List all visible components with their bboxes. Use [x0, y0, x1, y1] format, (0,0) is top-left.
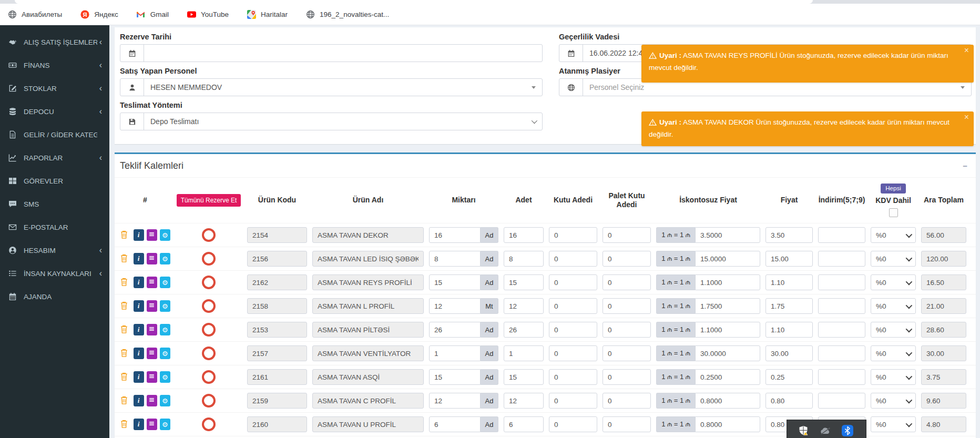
box-count-input[interactable] — [549, 369, 597, 385]
delete-row-button[interactable] — [120, 277, 129, 288]
gross-price-input[interactable] — [695, 369, 760, 385]
count-input[interactable] — [504, 251, 544, 267]
count-input[interactable] — [504, 227, 544, 243]
reserve-toggle[interactable] — [202, 370, 216, 384]
subtotal-input[interactable] — [921, 369, 966, 385]
info-button[interactable]: i — [134, 277, 144, 288]
delete-row-button[interactable] — [120, 301, 129, 311]
close-icon[interactable]: × — [964, 113, 969, 121]
vat-select[interactable]: %0 — [871, 393, 916, 409]
cloud-off-icon[interactable] — [820, 425, 831, 436]
sidebar-item[interactable]: SMS ‹ — [0, 192, 109, 216]
price-input[interactable] — [765, 227, 813, 243]
sidebar-item[interactable]: AJANDA ‹ — [0, 285, 109, 308]
box-count-input[interactable] — [549, 416, 597, 432]
pallet-box-input[interactable] — [603, 251, 651, 267]
subtotal-input[interactable] — [921, 298, 966, 314]
discount-input[interactable] — [818, 251, 865, 267]
price-input[interactable] — [765, 274, 813, 290]
gear-button[interactable]: ⚙ — [160, 300, 170, 312]
list-button[interactable] — [147, 419, 157, 430]
list-button[interactable] — [147, 229, 157, 241]
bookmark-item[interactable]: Haritalar — [247, 9, 288, 19]
delete-row-button[interactable] — [120, 348, 129, 359]
info-button[interactable]: i — [134, 300, 144, 312]
reserve-toggle[interactable] — [202, 276, 216, 289]
product-name-input[interactable] — [312, 227, 424, 243]
subtotal-input[interactable] — [921, 227, 966, 243]
subtotal-input[interactable] — [921, 345, 966, 361]
product-code-input[interactable] — [247, 393, 307, 409]
quantity-input[interactable] — [429, 416, 481, 432]
gross-price-input[interactable] — [695, 251, 760, 267]
vat-all-checkbox[interactable] — [889, 208, 898, 217]
discount-input[interactable] — [818, 322, 865, 338]
count-input[interactable] — [504, 345, 544, 361]
pallet-box-input[interactable] — [603, 345, 651, 361]
discount-input[interactable] — [818, 298, 865, 314]
product-code-input[interactable] — [247, 416, 307, 432]
list-button[interactable] — [147, 253, 157, 264]
gross-price-input[interactable] — [695, 345, 760, 361]
delete-row-button[interactable] — [120, 395, 129, 406]
product-code-input[interactable] — [247, 274, 307, 290]
product-name-input[interactable] — [312, 274, 424, 290]
gear-button[interactable]: ⚙ — [160, 253, 170, 264]
vat-select[interactable]: %0 — [871, 274, 916, 290]
discount-input[interactable] — [818, 227, 865, 243]
count-input[interactable] — [504, 393, 544, 409]
sidebar-item[interactable]: İNSAN KAYNAKLARI ‹ — [0, 262, 109, 285]
delete-row-button[interactable] — [120, 372, 129, 382]
count-input[interactable] — [504, 298, 544, 314]
bookmark-item[interactable]: Я Яндекс — [80, 9, 118, 19]
price-input[interactable] — [765, 322, 813, 338]
info-button[interactable]: i — [134, 371, 144, 383]
bookmark-item[interactable]: Авиабилеты — [7, 9, 62, 19]
delivery-method-select[interactable] — [120, 113, 543, 130]
count-input[interactable] — [504, 274, 544, 290]
quantity-input[interactable] — [429, 274, 481, 290]
product-code-input[interactable] — [247, 251, 307, 267]
gear-button[interactable]: ⚙ — [160, 371, 170, 383]
price-input[interactable] — [765, 369, 813, 385]
gross-price-input[interactable] — [695, 416, 760, 432]
pallet-box-input[interactable] — [603, 322, 651, 338]
gear-button[interactable]: ⚙ — [160, 395, 170, 406]
info-button[interactable]: i — [134, 253, 144, 264]
bluetooth-icon[interactable] — [842, 425, 853, 436]
discount-input[interactable] — [818, 274, 865, 290]
gross-price-input[interactable] — [695, 227, 760, 243]
reserve-toggle[interactable] — [202, 394, 216, 408]
list-button[interactable] — [147, 300, 157, 312]
price-input[interactable] — [765, 393, 813, 409]
vat-select[interactable]: %0 — [871, 298, 916, 314]
product-name-input[interactable] — [312, 393, 424, 409]
info-button[interactable]: i — [134, 419, 144, 430]
product-name-input[interactable] — [312, 322, 424, 338]
pallet-box-input[interactable] — [603, 298, 651, 314]
delete-row-button[interactable] — [120, 419, 129, 430]
gross-price-input[interactable] — [695, 298, 760, 314]
bookmark-item[interactable]: YouTube — [187, 9, 229, 19]
box-count-input[interactable] — [549, 345, 597, 361]
delivery-method-value[interactable] — [144, 113, 532, 130]
quantity-input[interactable] — [429, 298, 481, 314]
list-button[interactable] — [147, 324, 157, 335]
product-name-input[interactable] — [312, 298, 424, 314]
info-button[interactable]: i — [134, 324, 144, 335]
reserve-date-input[interactable] — [144, 45, 542, 62]
box-count-input[interactable] — [549, 251, 597, 267]
gross-price-input[interactable] — [695, 274, 760, 290]
list-button[interactable] — [147, 277, 157, 288]
collapse-icon[interactable]: − — [963, 161, 967, 170]
delete-row-button[interactable] — [120, 253, 129, 264]
product-code-input[interactable] — [247, 322, 307, 338]
vat-select[interactable]: %0 — [871, 251, 916, 267]
subtotal-input[interactable] — [921, 322, 966, 338]
box-count-input[interactable] — [549, 227, 597, 243]
gear-button[interactable]: ⚙ — [160, 419, 170, 430]
quantity-input[interactable] — [429, 369, 481, 385]
product-code-input[interactable] — [247, 298, 307, 314]
quantity-input[interactable] — [429, 322, 481, 338]
reserve-toggle[interactable] — [202, 323, 216, 337]
